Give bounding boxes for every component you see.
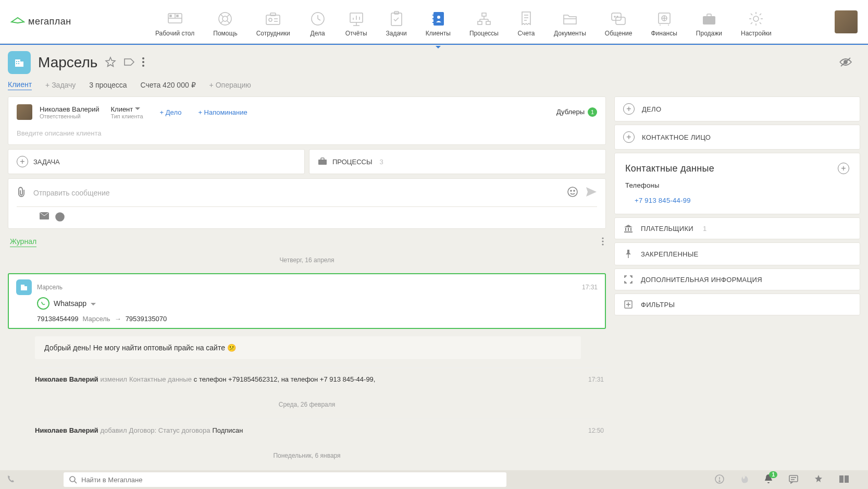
svg-rect-53 xyxy=(703,16,715,25)
svg-rect-82 xyxy=(624,231,633,233)
date-separator: Среда, 26 февраля xyxy=(8,396,606,413)
nav-deals[interactable]: Дела xyxy=(307,7,329,37)
lifebuoy-icon xyxy=(216,11,234,27)
journal-tab[interactable]: Журнал xyxy=(10,237,36,247)
svg-rect-56 xyxy=(15,59,20,67)
emoji-icon[interactable] xyxy=(567,186,578,199)
bank-icon xyxy=(623,224,634,233)
right-pinned-card[interactable]: ЗАКРЕПЛЕННЫЕ xyxy=(614,242,860,265)
attach-icon[interactable] xyxy=(17,187,26,199)
expand-icon xyxy=(623,275,634,284)
system-log-entry: Николаев Валерий изменил Контактные данн… xyxy=(35,368,606,390)
add-deal-link[interactable]: + Дело xyxy=(160,108,182,116)
svg-rect-3 xyxy=(170,15,171,17)
add-reminder-link[interactable]: + Напоминание xyxy=(198,108,247,116)
svg-rect-81 xyxy=(630,228,631,231)
svg-rect-43 xyxy=(612,13,621,20)
svg-rect-68 xyxy=(321,158,324,160)
whatsapp-log-entry[interactable]: Марсель 17:31 Whatsapp 79138454499 Марсе… xyxy=(8,273,606,329)
company-icon xyxy=(8,51,31,74)
tab-accounts[interactable]: Счета 420 000 ₽ xyxy=(141,81,196,90)
nav-documents[interactable]: Документы xyxy=(552,7,588,37)
nav-invoices[interactable]: Счета xyxy=(515,7,537,37)
nav-desktop[interactable]: Рабочий стол xyxy=(153,7,196,37)
right-additional-card[interactable]: ДОПОЛНИТЕЛЬНАЯ ИНФОРМАЦИЯ xyxy=(614,268,860,290)
svg-rect-60 xyxy=(16,63,17,64)
nav-finance[interactable]: Финансы xyxy=(649,7,679,37)
right-contact-person-card[interactable]: +КОНТАКТНОЕ ЛИЦО xyxy=(614,125,860,150)
page-header: Марсель xyxy=(0,45,868,80)
nav-tasks[interactable]: Задачи xyxy=(384,7,409,37)
phone-link[interactable]: +7 913 845-44-99 xyxy=(625,197,849,204)
message-box xyxy=(8,178,606,229)
svg-rect-12 xyxy=(270,13,276,16)
chat-icon xyxy=(610,11,627,27)
client-type-dropdown[interactable]: Клиент xyxy=(110,105,143,113)
task-card[interactable]: +ЗАДАЧА xyxy=(8,149,305,174)
system-log-entry: Николаев Валерий добавил Договор: Статус… xyxy=(35,419,606,442)
phones-label: Телефоны xyxy=(625,181,849,189)
right-filters-card[interactable]: ФИЛЬТРЫ xyxy=(614,294,860,315)
right-payers-card[interactable]: ПЛАТЕЛЬЩИКИ1 xyxy=(614,217,860,239)
filter-add-icon xyxy=(623,300,634,309)
date-separator: Понедельник, 6 января xyxy=(8,447,606,464)
email-channel-icon[interactable] xyxy=(40,212,49,223)
right-deal-card[interactable]: +ДЕЛО xyxy=(614,96,860,121)
duplicates-label[interactable]: Дублеры1 xyxy=(556,107,597,117)
svg-rect-78 xyxy=(24,286,27,290)
user-avatar[interactable] xyxy=(835,10,858,33)
svg-rect-61 xyxy=(18,63,19,64)
contacts-icon xyxy=(429,11,447,27)
responsible-name[interactable]: Николаев Валерий xyxy=(40,105,99,113)
workflow-icon xyxy=(475,11,493,27)
svg-point-45 xyxy=(614,16,615,17)
nav-settings[interactable]: Настройки xyxy=(739,7,774,37)
briefcase-icon xyxy=(318,157,327,167)
svg-rect-77 xyxy=(21,285,24,290)
page-title: Марсель xyxy=(38,54,97,71)
svg-rect-57 xyxy=(20,62,23,67)
visibility-icon[interactable] xyxy=(839,57,852,69)
nav-employees[interactable]: Сотрудники xyxy=(254,7,292,37)
tab-processes[interactable]: 3 процесса xyxy=(89,81,127,90)
tab-client[interactable]: Клиент xyxy=(8,80,32,90)
journal-header: Журнал xyxy=(8,237,606,247)
logo[interactable]: мегаплан xyxy=(10,16,71,27)
whatsapp-icon xyxy=(37,297,49,310)
receipt-icon xyxy=(517,11,535,27)
svg-rect-11 xyxy=(266,15,280,25)
arrow-icon: → xyxy=(115,315,121,323)
tag-icon[interactable] xyxy=(123,57,135,68)
svg-rect-4 xyxy=(177,15,178,17)
presentation-icon xyxy=(348,11,365,27)
svg-rect-30 xyxy=(432,22,434,23)
add-contact-icon[interactable]: + xyxy=(838,163,849,174)
favorite-star-icon[interactable] xyxy=(105,56,116,69)
nav-clients[interactable]: Клиенты xyxy=(424,7,453,37)
more-menu-icon[interactable] xyxy=(142,57,144,68)
nav-help[interactable]: Помощь xyxy=(211,7,239,37)
responsible-avatar[interactable] xyxy=(17,104,32,120)
processes-card[interactable]: ПРОЦЕССЫ3 xyxy=(309,149,606,174)
responsible-card: Николаев Валерий Ответственный Клиент Ти… xyxy=(8,96,606,145)
journal-menu-icon[interactable] xyxy=(602,237,604,247)
send-icon[interactable] xyxy=(586,187,597,199)
whatsapp-channel-icon[interactable] xyxy=(55,212,65,223)
nav-processes[interactable]: Процессы xyxy=(467,7,501,37)
nav-reports[interactable]: Отчёты xyxy=(343,7,369,37)
responsible-role: Ответственный xyxy=(40,113,99,119)
description-input[interactable]: Введите описание клиента xyxy=(17,129,597,137)
logo-text: мегаплан xyxy=(28,16,71,27)
nav-sales[interactable]: Продажи xyxy=(694,7,724,37)
svg-rect-32 xyxy=(482,13,486,16)
svg-line-10 xyxy=(227,21,230,23)
svg-point-71 xyxy=(574,190,575,191)
badge-icon xyxy=(264,11,282,27)
message-input[interactable] xyxy=(33,189,560,197)
tab-add-operation[interactable]: + Операцию xyxy=(209,81,251,90)
nav-chat[interactable]: Общение xyxy=(603,7,635,37)
tab-add-task[interactable]: + Задачу xyxy=(45,81,76,90)
svg-line-18 xyxy=(318,19,320,20)
briefcase-icon xyxy=(700,11,718,27)
chevron-down-icon[interactable] xyxy=(91,300,96,308)
